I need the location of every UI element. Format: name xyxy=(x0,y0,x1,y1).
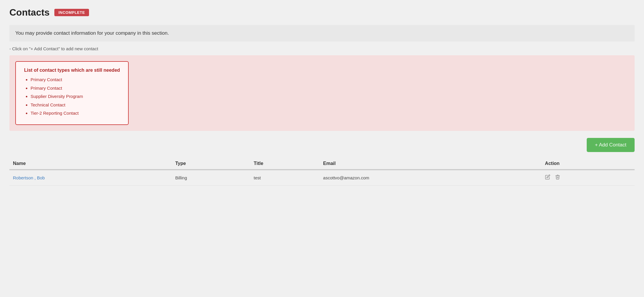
contact-type-cell: Billing xyxy=(172,170,250,186)
description-bar: You may provide contact information for … xyxy=(9,25,635,41)
contact-name-cell: Robertson , Bob xyxy=(9,170,172,186)
needed-item: Technical Contact xyxy=(31,102,120,109)
col-type: Type xyxy=(172,158,250,169)
needed-item: Supplier Diversity Program xyxy=(31,93,120,100)
page-title: Contacts xyxy=(9,7,50,18)
add-contact-row: + Add Contact xyxy=(9,138,635,152)
needed-box: List of contact types which are still ne… xyxy=(15,61,129,125)
edit-icon[interactable] xyxy=(545,174,550,181)
col-email: Email xyxy=(320,158,541,169)
needed-item: Primary Contact xyxy=(31,85,120,92)
action-icons xyxy=(545,174,631,181)
col-title: Title xyxy=(250,158,320,169)
status-badge: INCOMPLETE xyxy=(54,9,89,16)
description-text: You may provide contact information for … xyxy=(15,30,169,36)
contact-email-cell: ascottvo@amazon.com xyxy=(320,170,541,186)
table-row: Robertson , BobBillingtestascottvo@amazo… xyxy=(9,170,635,186)
needed-item: Primary Contact xyxy=(31,76,120,83)
needed-box-title: List of contact types which are still ne… xyxy=(24,68,120,73)
delete-icon[interactable] xyxy=(555,174,560,181)
contact-name-link[interactable]: Robertson , Bob xyxy=(13,175,45,180)
table-header-row: Name Type Title Email Action xyxy=(9,158,635,169)
needed-panel-wrapper: List of contact types which are still ne… xyxy=(9,55,635,131)
col-name: Name xyxy=(9,158,172,169)
needed-item: Tier-2 Reporting Contact xyxy=(31,110,120,117)
instruction-text: - Click on "+ Add Contact" to add new co… xyxy=(9,46,635,51)
col-action: Action xyxy=(541,158,635,169)
add-contact-button[interactable]: + Add Contact xyxy=(587,138,635,152)
page-header: Contacts INCOMPLETE xyxy=(9,7,635,18)
contact-title-cell: test xyxy=(250,170,320,186)
needed-items-list: Primary ContactPrimary ContactSupplier D… xyxy=(24,76,120,117)
contacts-table: Name Type Title Email Action Robertson ,… xyxy=(9,158,635,186)
contact-action-cell xyxy=(541,170,635,186)
